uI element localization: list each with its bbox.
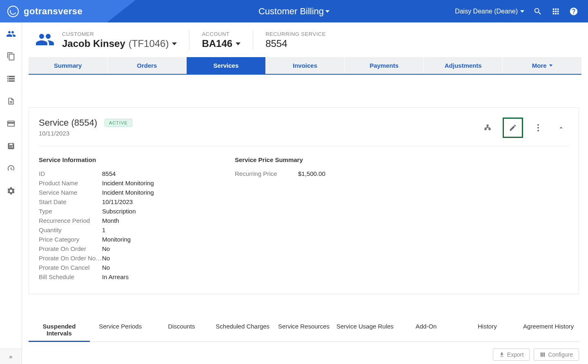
subtab-addon[interactable]: Add-On [396,319,457,342]
value-prorate-cancel: No [102,264,110,271]
customers-icon [35,30,55,51]
value-type: Subscription [102,208,136,215]
nav-copy-icon[interactable] [0,45,22,67]
label-prorate-cancel: Prorate On Cancel [39,264,102,271]
value-start: 10/11/2023 [102,198,133,205]
value-product: Incident Monitoring [102,180,154,186]
subtab-agreement[interactable]: Agreement History [518,319,579,342]
more-options-icon[interactable] [530,120,546,135]
value-service: Incident Monitoring [102,189,154,196]
export-button[interactable]: Export [493,348,530,361]
subtab-discounts[interactable]: Discounts [151,319,212,342]
nav-settings-icon[interactable] [0,180,22,202]
label-quantity: Quantity [39,226,102,233]
label-prorate-order: Prorate On Order [39,245,102,252]
value-prorate-order-no: No [102,255,110,262]
label-type: Type [39,208,102,215]
nav-document-icon[interactable] [0,90,22,112]
chevron-down-icon [172,42,177,45]
download-icon [499,352,505,357]
apps-grid-icon[interactable] [551,7,560,16]
export-label: Export [507,351,523,358]
search-icon[interactable] [533,7,542,16]
tab-adjustments[interactable]: Adjustments [424,57,503,74]
chevron-down-icon [325,10,330,13]
breadcrumb-account-value: BA146 [202,38,232,49]
columns-icon [540,352,546,357]
main-tabs: Summary Orders Services Invoices Payment… [29,57,581,75]
sidebar-expand-toggle[interactable]: » [0,348,22,364]
service-info-heading: Service Information [39,156,202,163]
svg-point-4 [537,127,539,129]
price-summary-column: Service Price Summary Recurring Price$1,… [235,156,398,282]
label-prorate-order-no: Prorate On Order No… [39,255,102,262]
top-bar: gotransverse Customer Billing Daisy Dean… [0,0,588,22]
hierarchy-icon[interactable] [480,120,495,135]
subtab-scheduled[interactable]: Scheduled Charges [212,319,273,342]
service-info-column: Service Information ID8554 Product NameI… [39,156,202,282]
main-area: CUSTOMER Jacob Kinsey (TF1046) ACCOUNT B… [22,22,588,364]
help-icon[interactable] [569,7,578,16]
nav-calculator-icon[interactable] [0,135,22,157]
tab-summary[interactable]: Summary [29,57,108,74]
subtab-history[interactable]: History [457,319,518,342]
card-title: Service (8554) [39,118,97,128]
breadcrumb-account-dropdown[interactable]: BA146 [202,38,241,49]
nav-customers-icon[interactable] [0,22,22,45]
value-bill-schedule: In Arrears [102,273,129,280]
label-product: Product Name [39,180,102,186]
tab-more[interactable]: More [503,57,581,74]
subtab-usage[interactable]: Service Usage Rules [334,319,396,342]
svg-rect-1 [485,129,486,130]
label-recurring-price: Recurring Price [235,170,298,177]
label-bill-schedule: Bill Schedule [39,273,102,280]
collapse-icon[interactable] [553,120,569,135]
subtab-resources[interactable]: Service Resources [273,319,334,342]
user-menu[interactable]: Daisy Deane (Deane) [455,8,524,15]
tab-invoices[interactable]: Invoices [266,57,345,74]
subtab-suspended[interactable]: Suspended Intervals [29,319,90,342]
breadcrumb-customer-name: Jacob Kinsey [62,38,125,49]
value-id: 8554 [102,170,116,177]
breadcrumb-customer-code: (TF1046) [129,38,169,49]
breadcrumb-service-label: RECURRING SERVICE [265,31,326,37]
subtab-periods[interactable]: Service Periods [90,319,151,342]
breadcrumb-customer-label: CUSTOMER [62,31,177,37]
tab-payments[interactable]: Payments [345,57,424,74]
divider [39,146,569,146]
breadcrumb-service-value: 8554 [265,38,326,49]
brand-logo-icon [7,6,19,17]
value-recurring-price: $1,500.00 [298,170,325,177]
breadcrumb-account-label: ACCOUNT [202,31,241,37]
nav-storage-icon[interactable] [0,67,22,90]
brand[interactable]: gotransverse [0,0,107,22]
chevron-down-icon [549,64,552,67]
nav-card-icon[interactable] [0,112,22,135]
label-category: Price Category [39,236,102,243]
status-badge: ACTIVE [105,119,132,127]
label-recurrence: Recurrence Period [39,217,102,224]
label-service: Service Name [39,189,102,196]
label-start: Start Date [39,198,102,205]
content-scroll[interactable]: Service (8554) ACTIVE 10/11/2023 [22,100,586,364]
breadcrumb-row: CUSTOMER Jacob Kinsey (TF1046) ACCOUNT B… [22,22,588,57]
tab-more-label: More [532,62,547,69]
brand-text: gotransverse [24,6,82,17]
configure-button[interactable]: Configure [534,348,579,361]
value-recurrence: Month [102,217,119,224]
edit-button[interactable] [503,118,523,138]
label-id: ID [39,170,102,177]
nav-dashboard-icon[interactable] [0,157,22,180]
user-display: Daisy Deane (Deane) [455,8,518,15]
svg-point-5 [537,130,539,131]
svg-point-3 [537,124,539,126]
left-sidebar: » [0,22,22,364]
tab-services[interactable]: Services [187,57,266,74]
service-card: Service (8554) ACTIVE 10/11/2023 [29,107,579,294]
tab-orders[interactable]: Orders [108,57,187,74]
chevron-down-icon [520,10,524,13]
card-date: 10/11/2023 [39,130,132,137]
module-title-dropdown[interactable]: Customer Billing [258,6,330,17]
breadcrumb-customer-dropdown[interactable]: Jacob Kinsey (TF1046) [62,38,177,49]
chevron-right-double-icon: » [9,353,13,360]
